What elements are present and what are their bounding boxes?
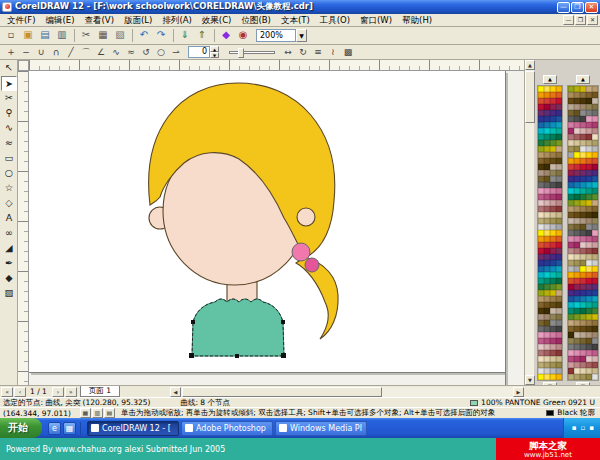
make-node-symmetrical-button[interactable]: ≈ — [124, 46, 138, 59]
cut-button[interactable]: ✂ — [78, 28, 94, 43]
curve-node[interactable] — [189, 353, 194, 358]
curve-node[interactable] — [281, 320, 285, 324]
menu-item[interactable]: 效果(C) — [197, 14, 237, 26]
print-document-button[interactable]: ▥ — [54, 28, 70, 43]
menu-item[interactable]: 窗口(W) — [355, 14, 397, 26]
paste-button[interactable]: ▧ — [112, 28, 128, 43]
menu-item[interactable]: 工具(O) — [315, 14, 355, 26]
vertical-scrollbar[interactable]: ▲ ▼ — [524, 60, 534, 385]
menu-item[interactable]: 编辑(E) — [41, 14, 80, 26]
pick-tool[interactable]: ↖ — [1, 61, 17, 76]
site-url[interactable]: www.jb51.net — [496, 451, 600, 459]
crop-tool[interactable]: ✂ — [1, 91, 17, 106]
curve-smoothness-slider[interactable] — [229, 51, 275, 54]
start-button[interactable]: 开始 — [0, 418, 42, 438]
open-document-button[interactable]: ▣ — [20, 28, 36, 43]
taskbar-task-button[interactable]: CorelDRAW 12 - [ — [87, 421, 179, 436]
menu-item[interactable]: 版面(L) — [119, 14, 157, 26]
curve-node[interactable] — [191, 320, 195, 324]
basic-shapes-tool[interactable]: ◇ — [1, 196, 17, 211]
scroll-left-icon[interactable]: ◀ — [170, 387, 181, 397]
eyedropper-tool[interactable]: ◢ — [1, 241, 17, 256]
hair-bead-bottom[interactable] — [305, 258, 319, 272]
zoom-dropdown-arrow-icon[interactable]: ▼ — [296, 29, 307, 42]
previous-page-button[interactable]: ‹ — [14, 387, 26, 397]
application-launcher-button[interactable]: ◆ — [218, 28, 234, 43]
zoom-level-value[interactable]: 200% — [256, 29, 296, 42]
curve-node[interactable] — [235, 354, 239, 358]
vertical-ruler[interactable] — [18, 71, 29, 385]
export-button[interactable]: ⇑ — [194, 28, 210, 43]
taskbar-task-button[interactable]: Adobe Photoshop — [181, 421, 273, 436]
snap-to-grid-toggle[interactable]: ▦ — [80, 408, 91, 418]
fill-tool[interactable]: ◆ — [1, 271, 17, 286]
tray-icon[interactable]: ▫ — [581, 424, 586, 432]
scroll-down-icon[interactable]: ▼ — [525, 375, 535, 385]
first-page-button[interactable]: « — [1, 387, 13, 397]
curve-node[interactable] — [281, 353, 286, 358]
add-node-button[interactable]: + — [4, 46, 18, 59]
vertical-scroll-thumb[interactable] — [525, 71, 535, 123]
palette-scroll-up-button[interactable]: ▲ — [576, 75, 590, 84]
horizontal-scroll-thumb[interactable] — [182, 387, 382, 397]
taskbar-task-button[interactable]: Windows Media Pl — [275, 421, 367, 436]
palette-scroll-up-button[interactable]: ▲ — [543, 75, 557, 84]
shape-tool[interactable]: ➤ — [1, 76, 17, 91]
rectangle-tool[interactable]: ▭ — [1, 151, 17, 166]
site-name[interactable]: 脚本之家 — [496, 440, 600, 451]
spinner-down-icon[interactable]: ▼ — [210, 52, 219, 58]
freehand-tool[interactable]: ∿ — [1, 121, 17, 136]
ellipse-tool[interactable]: ○ — [1, 166, 17, 181]
convert-to-line-button[interactable]: ╱ — [64, 46, 78, 59]
close-curve-button[interactable]: ○ — [154, 46, 168, 59]
make-node-cusp-button[interactable]: ∠ — [94, 46, 108, 59]
save-document-button[interactable]: ▤ — [37, 28, 53, 43]
right-ear-shape[interactable] — [297, 208, 315, 226]
doc-close-button[interactable]: ✕ — [587, 15, 598, 25]
last-page-button[interactable]: » — [65, 387, 77, 397]
menu-item[interactable]: 位图(B) — [236, 14, 275, 26]
minimize-button[interactable]: — — [557, 2, 570, 13]
import-button[interactable]: ⇓ — [177, 28, 193, 43]
scroll-up-icon[interactable]: ▲ — [525, 60, 535, 70]
new-document-button[interactable]: ▫ — [3, 28, 19, 43]
make-node-smooth-button[interactable]: ∿ — [109, 46, 123, 59]
interactive-fill-tool[interactable]: ▨ — [1, 286, 17, 301]
site-badge[interactable]: 脚本之家 www.jb51.net — [496, 438, 600, 460]
convert-to-curve-button[interactable]: ⌒ — [79, 46, 93, 59]
snap-to-guides-toggle[interactable]: ▥ — [92, 408, 103, 418]
outline-tool[interactable]: ✒ — [1, 256, 17, 271]
zoom-level-combo[interactable]: 200% ▼ — [256, 29, 307, 42]
next-page-button[interactable]: › — [52, 387, 64, 397]
tray-icon[interactable]: ▪ — [572, 424, 577, 432]
spinner-value[interactable]: 0 — [188, 46, 210, 58]
align-nodes-button[interactable]: ≡ — [311, 46, 325, 59]
page-tab[interactable]: 页面 1 — [80, 386, 120, 397]
menu-item[interactable]: 排列(A) — [157, 14, 196, 26]
redo-button[interactable]: ↷ — [153, 28, 169, 43]
text-tool[interactable]: A — [1, 211, 17, 226]
horizontal-ruler[interactable] — [29, 60, 524, 71]
undo-button[interactable]: ↶ — [136, 28, 152, 43]
drawing-canvas[interactable] — [29, 71, 524, 385]
snap-to-objects-toggle[interactable]: ▤ — [104, 408, 115, 418]
break-curve-button[interactable]: ∩ — [49, 46, 63, 59]
palette-swatch[interactable] — [592, 374, 598, 380]
tray-icon[interactable]: ▪ — [589, 424, 594, 432]
select-all-nodes-button[interactable]: ▩ — [341, 46, 355, 59]
zoom-tool[interactable]: ⚲ — [1, 106, 17, 121]
copy-button[interactable]: ▦ — [95, 28, 111, 43]
interactive-blend-tool[interactable]: ∞ — [1, 226, 17, 241]
doc-restore-button[interactable]: ❐ — [575, 15, 586, 25]
extract-subpath-button[interactable]: ⇀ — [169, 46, 183, 59]
show-desktop-icon[interactable]: ▦ — [63, 422, 76, 435]
rotate-nodes-button[interactable]: ↻ — [296, 46, 310, 59]
horizontal-scrollbar[interactable]: ◀ ▶ — [170, 387, 524, 397]
ruler-origin-corner[interactable] — [18, 60, 29, 71]
reverse-curve-direction-button[interactable]: ↺ — [139, 46, 153, 59]
node-count-spinner[interactable]: 0 ▲ ▼ — [188, 46, 219, 58]
menu-item[interactable]: 查看(V) — [80, 14, 119, 26]
smart-drawing-tool[interactable]: ≈ — [1, 136, 17, 151]
internet-explorer-icon[interactable]: e — [48, 422, 61, 435]
palette-swatch[interactable] — [556, 374, 562, 380]
